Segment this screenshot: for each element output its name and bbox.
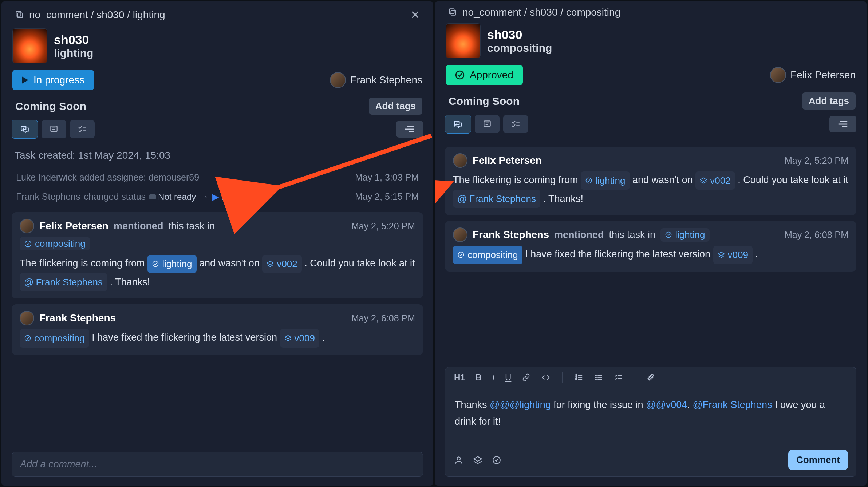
status-to: ▶In progress [212, 192, 265, 202]
code-button[interactable] [541, 373, 551, 381]
underline-button[interactable]: U [505, 372, 511, 383]
copy-icon[interactable] [448, 7, 458, 17]
user-mention[interactable]: @Frank Stephens [20, 273, 107, 291]
chip-label: v009 [295, 330, 315, 346]
h1-button[interactable]: H1 [454, 372, 465, 383]
svg-point-50 [493, 456, 500, 464]
user-mention[interactable]: @Frank Stephens [453, 190, 540, 208]
link-button[interactable] [521, 373, 531, 381]
assignee[interactable]: Frank Stephens [330, 72, 422, 88]
status-row: Approved Felix Petersen [435, 63, 867, 90]
version-chip[interactable]: v002 [695, 171, 735, 190]
version-chip[interactable]: v002 [262, 255, 301, 273]
status-badge[interactable]: In progress [12, 70, 94, 90]
task-chip-compositing[interactable]: compositing [20, 329, 89, 347]
chip-label: compositing [34, 330, 85, 346]
bold-button[interactable]: B [476, 372, 482, 383]
sort-button[interactable] [396, 121, 423, 138]
assignee[interactable]: Felix Petersen [770, 67, 856, 83]
check-circle-icon[interactable] [492, 455, 501, 465]
mention-user[interactable]: @Frank Stephens [693, 399, 772, 410]
attach-button[interactable] [647, 373, 655, 382]
task-created-line: Task created: 1st May 2024, 15:03 [12, 146, 423, 168]
comment-mention: Frank Stephens mentioned this task in li… [445, 221, 856, 271]
svg-point-31 [666, 232, 671, 238]
approved-icon [585, 177, 592, 184]
add-tags-button[interactable]: Add tags [802, 92, 856, 110]
status-badge[interactable]: Approved [446, 65, 523, 85]
tab-notes[interactable] [475, 115, 500, 133]
comment-timestamp: May 2, 5:20 PM [785, 155, 848, 166]
svg-rect-0 [18, 13, 23, 18]
status-label: Approved [470, 69, 513, 81]
comment-timestamp: May 2, 6:08 PM [351, 313, 415, 324]
activity-text: Luke Inderwick added assignee: demouser6… [16, 172, 199, 183]
person-icon[interactable] [454, 455, 463, 465]
task-chip-lighting[interactable]: lighting [147, 255, 196, 273]
view-tabs [435, 115, 867, 138]
task-chip-lighting[interactable]: lighting [581, 171, 630, 190]
svg-point-20 [456, 71, 464, 79]
svg-point-12 [153, 261, 158, 267]
add-tags-button[interactable]: Add tags [369, 98, 422, 115]
tab-comments[interactable] [445, 115, 471, 134]
tab-checklist[interactable] [503, 115, 528, 133]
comment-button[interactable]: Comment [788, 450, 848, 470]
svg-marker-15 [285, 336, 291, 339]
svg-rect-3 [51, 126, 57, 131]
svg-point-42 [596, 379, 597, 380]
separator [635, 372, 635, 383]
layers-icon[interactable] [473, 455, 482, 465]
task-chip-lighting[interactable]: lighting [660, 228, 709, 242]
chip-label: lighting [162, 256, 192, 272]
close-button[interactable]: ✕ [407, 7, 423, 23]
thumbnail[interactable] [446, 23, 481, 58]
comment-body: compositing I have fixed the flickering … [453, 246, 848, 264]
tab-notes[interactable] [42, 120, 66, 138]
comment-mention: Felix Petersen mentioned this task in Ma… [12, 212, 423, 298]
breadcrumb-text[interactable]: no_comment / sh030 / lighting [29, 9, 165, 21]
svg-rect-1 [16, 11, 21, 16]
tab-checklist[interactable] [70, 120, 95, 138]
coming-soon-label: Coming Soon [449, 95, 520, 107]
breadcrumb: no_comment / sh030 / compositing [435, 1, 867, 22]
thumbnail[interactable] [12, 28, 47, 63]
dept-subtitle: compositing [487, 42, 552, 54]
version-chip[interactable]: v009 [280, 329, 319, 347]
task-header: sh030 lighting [1, 27, 433, 68]
comment-author: Felix Petersen [39, 220, 108, 232]
check-circle-icon [455, 70, 465, 80]
comment-body: compositing I have fixed the flickering … [20, 329, 415, 347]
activity-timestamp: May 1, 3:03 PM [355, 172, 419, 183]
copy-icon[interactable] [15, 10, 25, 20]
svg-point-32 [458, 252, 464, 258]
svg-text:3: 3 [576, 378, 577, 381]
dept-subtitle: lighting [54, 47, 93, 59]
approved-icon [457, 251, 465, 258]
checklist-button[interactable] [613, 373, 623, 381]
activity-user: Frank Stephens [16, 191, 80, 202]
svg-rect-18 [451, 11, 456, 15]
italic-button[interactable]: I [492, 373, 495, 383]
task-chip-compositing[interactable]: compositing [20, 237, 90, 250]
view-tabs [1, 120, 433, 143]
shot-title: sh030 [487, 28, 552, 42]
mention-lighting[interactable]: @@@lighting [490, 399, 551, 410]
ol-button[interactable]: 123 [574, 373, 584, 381]
arrow-right-icon: → [200, 191, 209, 202]
avatar [453, 153, 467, 168]
chip-label: v002 [277, 256, 297, 272]
mention-version[interactable]: @@v004 [646, 399, 687, 410]
ul-button[interactable] [594, 373, 603, 381]
tab-comments[interactable] [12, 120, 38, 139]
at-icon: @ [24, 274, 33, 290]
svg-rect-21 [484, 121, 490, 126]
editor-body[interactable]: Thanks @@@lighting for fixing the issue … [445, 388, 856, 445]
breadcrumb-text[interactable]: no_comment / sh030 / compositing [462, 7, 620, 18]
version-chip[interactable]: v009 [713, 246, 753, 264]
comment-input[interactable]: Add a comment... [12, 452, 423, 477]
sort-button[interactable] [829, 116, 856, 132]
avatar [770, 67, 786, 83]
task-chip-compositing[interactable]: compositing [453, 246, 522, 264]
assignee-name: Frank Stephens [350, 74, 422, 86]
